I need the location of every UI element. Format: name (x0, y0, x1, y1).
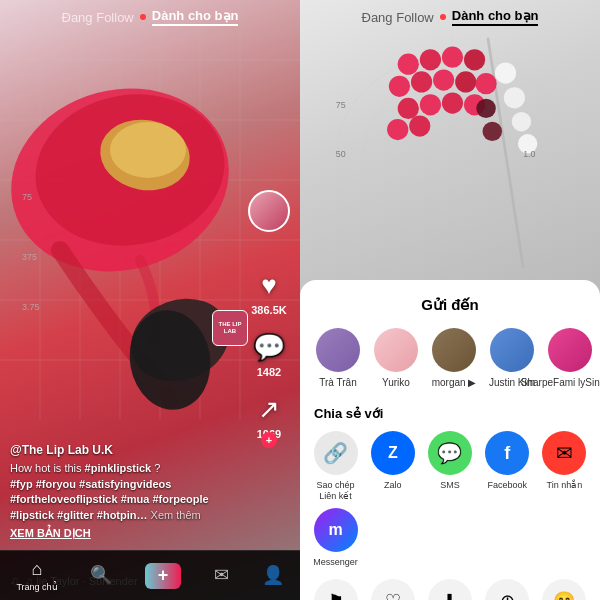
nav-profile[interactable]: 👤 (262, 564, 284, 588)
top-bar-right: Đang Follow Dành cho bạn (300, 8, 600, 26)
report-option-luu-video[interactable]: ⬇ Lưu video (424, 579, 475, 600)
svg-point-28 (442, 47, 463, 68)
friend-name-2: Yuriko (382, 377, 410, 388)
share-title: Gửi đến (300, 296, 600, 314)
svg-point-30 (389, 76, 410, 97)
facebook-icon: f (485, 431, 529, 475)
save-video-icon: ⬇ (428, 579, 472, 600)
zalo-icon: Z (371, 431, 415, 475)
comment-icon: 💬 (253, 332, 285, 363)
tab-dang-follow-left[interactable]: Đang Follow (62, 10, 134, 25)
share-option-facebook[interactable]: f Facebook (482, 431, 533, 502)
heart-icon: ♥ (261, 270, 276, 301)
friend-item[interactable]: Yuriko (372, 328, 420, 388)
share-icon: ↗ (258, 394, 280, 425)
share-option-sms[interactable]: 💬 SMS (424, 431, 475, 502)
svg-point-45 (476, 99, 495, 118)
report-option-bao-cao[interactable]: ⚑ Báo cáo (310, 579, 361, 600)
top-bar-left: Đang Follow Dành cho bạn (0, 8, 300, 26)
report-option-khong-quan-tam[interactable]: ♡ Không Quan tâm (367, 579, 418, 600)
share-with-title: Chia sẻ với (300, 406, 600, 421)
friend-item[interactable]: Trà Trân (314, 328, 362, 388)
tab-dang-follow-right[interactable]: Đang Follow (362, 10, 434, 25)
caption: How hot is this #pinklipstick ? #fyp #fo… (10, 461, 245, 523)
svg-text:75: 75 (336, 100, 346, 110)
share-option-copy[interactable]: 🔗 Sao chép Liên kết (310, 431, 361, 502)
avatar[interactable] (248, 190, 290, 232)
left-video-panel[interactable]: 75 375 3.75 Đang Follow Dành cho bạn + ♥… (0, 0, 300, 600)
not-interested-icon: ♡ (371, 579, 415, 600)
brand-text: THE LIP LAB (213, 321, 247, 334)
translate-button[interactable]: XEM BẢN DỊCH (10, 527, 245, 540)
bottom-nav: ⌂ Trang chủ 🔍 + ✉ 👤 (0, 550, 300, 600)
svg-text:75: 75 (22, 192, 32, 202)
brand-badge: THE LIP LAB (212, 310, 248, 346)
svg-point-40 (409, 115, 430, 136)
zalo-label: Zalo (384, 480, 402, 491)
report-option-react[interactable]: 😊 React (539, 579, 590, 600)
friend-item[interactable]: morgan ▶ (430, 328, 478, 388)
nav-home-label: Trang chủ (16, 582, 57, 592)
messenger-icon: m (314, 508, 358, 552)
svg-text:375: 375 (22, 252, 37, 262)
svg-point-36 (420, 94, 441, 115)
home-icon: ⌂ (32, 559, 43, 580)
report-row: ⚑ Báo cáo ♡ Không Quan tâm ⬇ Lưu video ⊕… (300, 579, 600, 600)
messenger-label: Messenger (313, 557, 358, 568)
svg-point-37 (442, 92, 463, 113)
svg-point-43 (512, 112, 531, 131)
right-video-bg: Đang Follow Dành cho bạn (300, 0, 600, 312)
duet-icon: ⊕ (485, 579, 529, 600)
svg-point-39 (387, 119, 408, 140)
report-option-duet[interactable]: ⊕ Duet (482, 579, 533, 600)
live-dot-right (440, 14, 446, 20)
svg-point-33 (455, 71, 476, 92)
friend-avatar-3 (432, 328, 476, 372)
inbox-icon: ✉ (214, 564, 229, 586)
svg-text:3.75: 3.75 (22, 302, 40, 312)
nav-inbox[interactable]: ✉ (214, 564, 229, 588)
friend-avatar-2 (374, 328, 418, 372)
add-video-button[interactable]: + (145, 563, 181, 589)
profile-icon: 👤 (262, 564, 284, 586)
share-option-message[interactable]: ✉ Tin nhắn (539, 431, 590, 502)
sms-icon: 💬 (428, 431, 472, 475)
report-icon: ⚑ (314, 579, 358, 600)
svg-point-27 (420, 49, 441, 70)
comment-button[interactable]: 💬 1482 (253, 332, 285, 378)
svg-point-46 (483, 122, 502, 141)
svg-text:50: 50 (336, 149, 346, 159)
tab-danh-cho-ban-left[interactable]: Dành cho bạn (152, 8, 239, 26)
creator-name[interactable]: @The Lip Lab U.K (10, 443, 245, 457)
search-icon: 🔍 (90, 564, 112, 586)
see-more[interactable]: Xem thêm (151, 509, 201, 521)
nav-search[interactable]: 🔍 (90, 564, 112, 588)
copy-link-icon: 🔗 (314, 431, 358, 475)
share-panel: Gửi đến Trà Trân Yuriko morgan ▶ (300, 280, 600, 600)
friend-avatar-5 (548, 328, 592, 372)
message-icon: ✉ (542, 431, 586, 475)
svg-point-31 (411, 71, 432, 92)
friend-item[interactable]: SharpeFami lySingers (546, 328, 594, 388)
follow-plus[interactable]: + (261, 432, 277, 448)
svg-point-41 (495, 62, 516, 83)
friends-row: Trà Trân Yuriko morgan ▶ Justin Kim (300, 328, 600, 388)
svg-point-34 (475, 73, 496, 94)
share-option-messenger[interactable]: m Messenger (310, 508, 361, 568)
right-video-panel: Đang Follow Dành cho bạn (300, 0, 600, 600)
react-icon: 😊 (542, 579, 586, 600)
svg-point-15 (110, 122, 186, 178)
live-dot-left (140, 14, 146, 20)
message-label: Tin nhắn (547, 480, 583, 491)
copy-link-label: Sao chép Liên kết (310, 480, 361, 502)
bottom-info: @The Lip Lab U.K How hot is this #pinkli… (10, 443, 245, 540)
tab-danh-cho-ban-right[interactable]: Dành cho bạn (452, 8, 539, 26)
svg-point-42 (504, 87, 525, 108)
sms-label: SMS (440, 480, 460, 491)
like-count: 386.5K (251, 304, 286, 316)
nav-home[interactable]: ⌂ Trang chủ (16, 559, 57, 592)
comment-count: 1482 (257, 366, 281, 378)
like-button[interactable]: ♥ 386.5K (251, 270, 286, 316)
share-option-zalo[interactable]: Z Zalo (367, 431, 418, 502)
right-actions: + ♥ 386.5K 💬 1482 ↗ 1069 (248, 160, 290, 440)
